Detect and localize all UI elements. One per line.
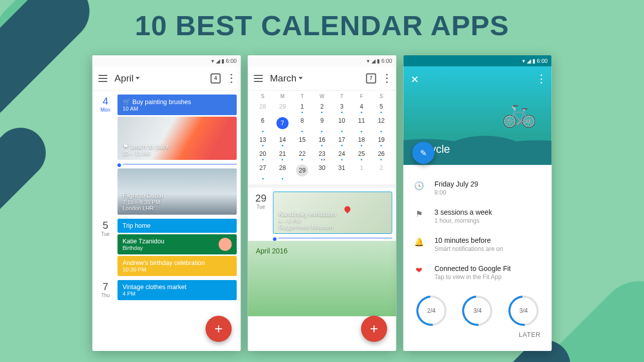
bell-icon: 🔔 [414,236,425,247]
event-card[interactable]: Kandinsky exhibition 4 – 6 PM Guggenheim… [273,192,392,234]
edit-fab[interactable]: ✎ [413,142,435,164]
event-subtitle: Birthday [123,245,165,251]
menu-icon[interactable] [254,75,263,82]
clock-text: 6:00 [381,58,392,64]
detail-row[interactable]: ⚑ 3 sessions a week1 hour, mornings [412,202,544,230]
next-month-banner: April 2016 [248,241,396,316]
more-icon[interactable] [538,74,545,83]
event-location: Guggenheim Museum [279,224,387,230]
calendar-day[interactable]: 27 [253,161,273,180]
app-bar: March 7 [248,66,396,90]
calendar-day[interactable]: 12 [371,114,391,133]
calendar-day[interactable]: 29 [273,100,292,114]
add-event-fab[interactable]: + [206,316,232,342]
detail-sub: Tap to view in the Fit App [435,274,511,281]
event-title: Kandinsky exhibition [279,211,387,218]
calendar-day[interactable]: 20 [253,147,273,161]
today-icon[interactable]: 4 [211,73,221,83]
calendar-day[interactable]: 3 [332,100,352,114]
detail-list: 🕓 Friday July 298:00 ⚑ 3 sessions a week… [404,165,552,290]
calendar-day[interactable]: 24 [332,147,352,161]
calendar-day[interactable]: 8 [292,114,312,133]
calendar-day[interactable]: 25 [352,147,371,161]
calendar-day[interactable]: 7 [273,114,292,133]
phone-month-view: ▾◢▮ 6:00 March 7 SMTWTFS 282912345678910… [248,55,396,351]
calendar-day[interactable]: 26 [371,147,391,161]
day-number: 7 [97,281,115,293]
event-card[interactable]: Vintage clothes market 4 PM [118,280,237,300]
detail-row[interactable]: ❤ Connected to Google FitTap to view in … [412,258,544,287]
clock-text: 6:00 [226,58,236,64]
calendar-day[interactable]: 31 [332,161,352,180]
calendar-day[interactable]: 28 [253,100,273,114]
calendar-day[interactable]: 11 [352,114,371,133]
add-event-fab[interactable]: + [361,316,387,342]
calendar-day[interactable]: 22 [292,147,312,161]
status-bar: ▾◢▮ 6:00 [404,55,552,66]
day-name: Mon [97,107,115,113]
calendar-day[interactable]: 13 [253,133,273,147]
month-picker[interactable]: April [115,73,140,84]
today-icon[interactable]: 7 [366,73,376,83]
detail-main: 3 sessions a week [435,208,492,216]
status-bar: ▾◢▮ 6:00 [248,55,396,66]
month-grid[interactable]: 2829123456789101112131415161718192021222… [248,100,396,185]
menu-icon[interactable] [99,75,108,82]
event-card[interactable]: Trip home [118,219,237,233]
month-picker[interactable]: March [270,73,303,84]
progress-ring: 2/4 [416,296,446,326]
phone-goal-detail: ▾◢▮ 6:00 ✕ 🚲 Cycle ✎ 🕓 Friday July 298:0… [404,55,552,351]
heart-icon: ❤ [414,264,425,275]
event-card[interactable]: Andrew's birthday celebration 10:30 PM [118,256,237,276]
detail-row[interactable]: 🔔 10 minutes beforeSmart notifications a… [412,230,544,258]
day-section: 4Mon 🛒 Buy painting brushes 10 AM ⚑ Lear… [93,90,241,215]
calendar-day[interactable]: 21 [273,147,292,161]
day-section: 5Tue Trip home Katie Tzanidou Birthday A… [93,215,241,276]
pencil-icon: ✎ [420,148,427,158]
calendar-day[interactable]: 2 [371,161,391,180]
calendar-day[interactable]: 4 [352,100,371,114]
calendar-day[interactable]: 10 [332,114,352,133]
progress-ring: 3/4 [462,296,493,326]
calendar-day[interactable]: 14 [273,133,292,147]
detail-main: Friday July 29 [435,180,478,188]
event-location: London LHR [123,205,232,211]
more-icon[interactable] [383,74,390,83]
calendar-day[interactable]: 23 [312,147,332,161]
calendar-day[interactable]: 30 [312,161,332,180]
cart-icon: 🛒 [123,99,131,106]
event-title: Andrew's birthday celebration [123,259,232,266]
close-icon[interactable]: ✕ [411,73,419,85]
detail-main: 10 minutes before [435,236,503,244]
calendar-day[interactable]: 15 [292,133,312,147]
event-card[interactable]: 🛒 Buy painting brushes 10 AM [118,95,237,115]
calendar-day[interactable]: 5 [371,100,391,114]
event-card[interactable]: ⚑ Learn to paint 10 – 11 AM [118,117,237,160]
plus-icon: + [370,321,378,337]
event-card[interactable]: Katie Tzanidou Birthday [118,234,237,254]
more-icon[interactable] [228,74,235,83]
clock-text: 6:00 [537,58,547,64]
calendar-day[interactable]: 9 [312,114,332,133]
later-button[interactable]: LATER [404,326,552,343]
flag-icon: ⚑ [123,143,129,150]
calendar-day[interactable]: 29 [292,161,312,180]
wifi-icon: ▾ [522,58,525,64]
calendar-day[interactable]: 18 [352,133,371,147]
calendar-day[interactable]: 6 [253,114,273,133]
calendar-day[interactable]: 19 [371,133,391,147]
day-number: 4 [97,96,115,107]
calendar-day[interactable]: 28 [273,161,292,180]
calendar-day[interactable]: 16 [312,133,332,147]
calendar-day[interactable]: 1 [352,161,371,180]
calendar-day[interactable]: 1 [292,100,312,114]
progress-rings: 2/4 3/4 3/4 [404,290,552,326]
signal-icon: ◢ [527,58,531,64]
event-card[interactable]: Flight to Dubai 7:15 – 8:35 PM London LH… [118,168,237,215]
calendar-day[interactable]: 2 [312,100,332,114]
detail-row[interactable]: 🕓 Friday July 298:00 [412,174,544,202]
phone-screenshots: ▾ ◢ ▮ 6:00 April 4 4Mon 🛒 Buy painting b… [93,55,552,351]
calendar-day[interactable]: 17 [332,133,352,147]
day-section: 7Thu Vintage clothes market 4 PM [93,276,241,300]
now-indicator-icon [118,163,121,167]
